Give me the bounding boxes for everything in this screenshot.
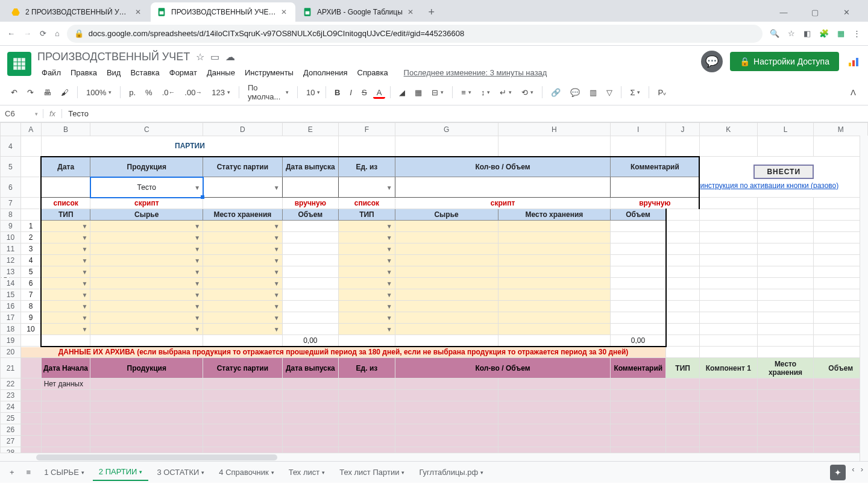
sheet-tab[interactable]: Тех лист▾ — [283, 464, 332, 480]
sheet-tab[interactable]: 4 Справочник▾ — [213, 464, 280, 480]
wrap-dropdown[interactable]: ↵ — [496, 87, 515, 98]
currency-button[interactable]: p. — [125, 86, 139, 99]
reload-icon[interactable]: ⟳ — [40, 29, 46, 38]
borders-icon[interactable]: ▦ — [411, 86, 426, 99]
explore-button[interactable]: ✦ — [830, 465, 846, 480]
col-header[interactable]: A — [20, 123, 41, 136]
sheet-tab[interactable]: 2 ПАРТИИ▾ — [93, 463, 149, 481]
col-header[interactable]: K — [699, 123, 757, 136]
sheets-logo-icon[interactable] — [7, 52, 31, 76]
halign-dropdown[interactable]: ≡ — [458, 87, 475, 98]
menu-data[interactable]: Данные — [203, 66, 239, 80]
horizontal-scrollbar[interactable] — [0, 453, 860, 461]
functions-dropdown[interactable]: Σ — [626, 87, 644, 98]
browser-tab[interactable]: АРХИВ - Google Таблицы ✕ — [297, 2, 422, 22]
url-input[interactable]: 🔒 docs.google.com/spreadsheets/d/14iloCI… — [67, 25, 763, 43]
pv-button[interactable]: Pᵥ — [654, 86, 670, 99]
col-header[interactable]: H — [498, 123, 611, 136]
font-dropdown[interactable]: По умолча... — [244, 82, 292, 102]
sheets-ext-icon[interactable]: ▦ — [837, 29, 844, 38]
select-all-corner[interactable] — [1, 123, 21, 136]
maximize-icon[interactable]: ▢ — [803, 8, 827, 17]
date-cell[interactable] — [41, 177, 90, 198]
close-icon[interactable]: ✕ — [135, 8, 143, 16]
bold-button[interactable]: B — [331, 86, 344, 99]
valign-dropdown[interactable]: ↕ — [477, 87, 494, 98]
sheet-tab[interactable]: 3 ОСТАТКИ▾ — [151, 464, 210, 480]
menu-file[interactable]: Файл — [37, 66, 65, 80]
menu-format[interactable]: Формат — [165, 66, 201, 80]
close-window-icon[interactable]: ✕ — [834, 8, 858, 17]
paint-format-icon[interactable]: 🖌 — [57, 86, 72, 99]
home-icon[interactable]: ⌂ — [55, 29, 60, 38]
menu-insert[interactable]: Вставка — [126, 66, 163, 80]
col-header[interactable]: I — [611, 123, 666, 136]
sheet-tab[interactable]: Тех лист Партии▾ — [333, 464, 410, 480]
star-icon[interactable]: ☆ — [196, 51, 204, 63]
sheet-tab[interactable]: Гуглтаблицы.рф▾ — [413, 464, 489, 480]
star-icon[interactable]: ☆ — [788, 29, 795, 38]
col-header[interactable]: F — [339, 123, 395, 136]
rotate-dropdown[interactable]: ⟲ — [518, 87, 537, 98]
text-color-button[interactable]: A — [373, 86, 386, 99]
account-icon[interactable] — [846, 54, 861, 69]
close-icon[interactable]: ✕ — [407, 8, 416, 16]
vnesti-button[interactable]: ВНЕСТИ — [753, 165, 814, 179]
product-dropdown[interactable]: Тесто▼ — [90, 177, 203, 198]
print-icon[interactable]: 🖶 — [40, 86, 55, 99]
col-header[interactable]: M — [814, 123, 868, 136]
strikethrough-button[interactable]: S — [358, 86, 371, 99]
filter-icon[interactable]: ▽ — [603, 86, 616, 99]
col-header[interactable]: G — [395, 123, 498, 136]
close-icon[interactable]: ✕ — [281, 8, 289, 16]
new-tab-button[interactable]: + — [423, 4, 440, 20]
menu-icon[interactable]: ⋮ — [853, 29, 861, 38]
col-header[interactable]: C — [90, 123, 203, 136]
menu-edit[interactable]: Правка — [66, 66, 101, 80]
merge-dropdown[interactable]: ⊟ — [428, 87, 447, 98]
zoom-dropdown[interactable]: 100% — [83, 87, 115, 98]
redo-icon[interactable]: ↷ — [24, 86, 37, 99]
scroll-left-icon[interactable]: ‹ — [852, 465, 854, 480]
percent-button[interactable]: % — [142, 86, 156, 99]
font-size-dropdown[interactable]: 10 — [303, 87, 321, 98]
extension-icon[interactable]: ◧ — [804, 29, 811, 38]
col-header[interactable]: E — [282, 123, 339, 136]
minimize-icon[interactable]: — — [772, 8, 796, 17]
move-icon[interactable]: ▭ — [210, 51, 219, 63]
vertical-scrollbar[interactable] — [860, 136, 868, 461]
row-header[interactable]: 4 — [1, 136, 21, 157]
decrease-decimal-icon[interactable]: .0← — [159, 86, 179, 99]
col-header[interactable]: L — [757, 123, 814, 136]
menu-tools[interactable]: Инструменты — [241, 66, 298, 80]
col-header[interactable]: D — [203, 123, 282, 136]
spreadsheet-grid[interactable]: + A B C D E F G H I J K L M 4 ПАРТИИ 5 — [0, 122, 868, 461]
increase-decimal-icon[interactable]: .00→ — [181, 86, 206, 99]
last-edit-link[interactable]: Последнее изменение: 3 минуты назад — [400, 66, 552, 80]
number-format-dropdown[interactable]: 123 — [208, 87, 234, 98]
add-sheet-button[interactable]: + — [5, 465, 19, 479]
name-box[interactable]: C6 — [0, 109, 43, 118]
fill-color-icon[interactable]: ◢ — [395, 86, 409, 99]
undo-icon[interactable]: ↶ — [7, 86, 21, 99]
menu-help[interactable]: Справка — [353, 66, 392, 80]
browser-tab[interactable]: ПРОИЗВОДСТВЕННЫЙ УЧЕТ - G ✕ — [151, 2, 295, 22]
share-button[interactable]: 🔒 Настройки Доступа — [730, 52, 839, 71]
puzzle-icon[interactable]: 🧩 — [819, 29, 829, 38]
back-icon[interactable]: ← — [7, 29, 15, 38]
search-page-icon[interactable]: 🔍 — [770, 29, 779, 38]
chart-icon[interactable]: ▥ — [586, 86, 600, 99]
comment-icon[interactable]: 💬 — [567, 86, 583, 99]
link-icon[interactable]: 🔗 — [547, 86, 564, 99]
menu-view[interactable]: Вид — [102, 66, 125, 80]
unit-dropdown[interactable]: ▼ — [339, 177, 395, 198]
col-header[interactable]: B — [41, 123, 90, 136]
col-header[interactable]: J — [666, 123, 700, 136]
status-dropdown[interactable]: ▼ — [203, 177, 282, 198]
doc-title[interactable]: ПРОИЗВОДСТВЕННЫЙ УЧЕТ — [37, 51, 190, 63]
all-sheets-button[interactable]: ≡ — [22, 465, 36, 479]
cloud-icon[interactable]: ☁ — [225, 51, 235, 63]
collapse-toolbar-icon[interactable]: ᐱ — [846, 86, 861, 99]
browser-tab[interactable]: 2 ПРОИЗВОДСТВЕННЫЙ УЧЕТ - ✕ — [5, 2, 149, 22]
forward-icon[interactable]: → — [24, 29, 31, 38]
